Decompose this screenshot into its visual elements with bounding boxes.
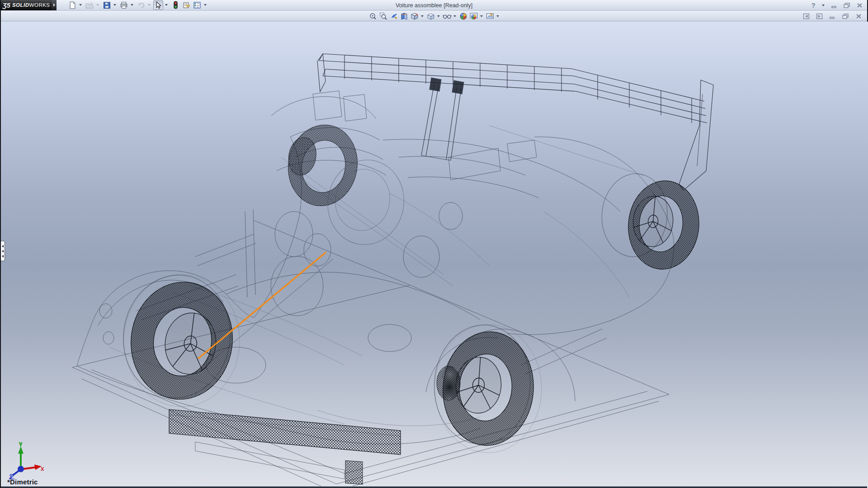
- undo-dropdown[interactable]: [147, 0, 151, 10]
- chevron-left-icon: [2, 255, 4, 258]
- minimize-icon: [829, 13, 835, 19]
- dassault-3ds-logo: Ʒ5: [2, 1, 10, 9]
- view-orientation-button[interactable]: [410, 11, 420, 21]
- chevron-down-icon: [131, 4, 133, 6]
- chevron-left-icon: [2, 250, 4, 253]
- printer-icon: [120, 1, 128, 9]
- chevron-down-icon: [165, 4, 168, 6]
- undo-button[interactable]: [136, 0, 146, 10]
- pane-next-button[interactable]: [814, 12, 824, 20]
- save-floppy-icon: [103, 1, 111, 9]
- apply-scene-icon: [470, 12, 478, 20]
- window-controls: ?: [808, 0, 864, 10]
- solidworks-menu-button[interactable]: Ʒ5 SOLIDWORKS: [1, 0, 52, 10]
- chevron-down-icon: [453, 15, 456, 17]
- heads-up-view-toolbar: [368, 11, 501, 21]
- chevron-down-icon: [480, 15, 483, 17]
- options-button[interactable]: [192, 0, 202, 10]
- apply-scene-button[interactable]: [469, 11, 479, 21]
- appearance-sphere-icon: [459, 12, 467, 20]
- close-button[interactable]: [854, 1, 864, 9]
- previous-view-button[interactable]: [389, 11, 399, 21]
- chevron-down-icon: [496, 15, 499, 17]
- open-folder-icon: [85, 1, 94, 9]
- feature-manager-collapse-tab[interactable]: [1, 241, 5, 261]
- main-toolbar: [67, 0, 208, 10]
- help-button[interactable]: ?: [808, 1, 818, 9]
- brand-name: SOLIDWORKS: [12, 2, 50, 8]
- document-window-controls: [801, 11, 863, 21]
- chevron-left-icon: [2, 245, 4, 248]
- chevron-down-icon: [204, 4, 207, 6]
- apply-scene-dropdown[interactable]: [479, 11, 483, 21]
- doc-minimize-button[interactable]: [827, 12, 837, 20]
- display-style-cube-icon: [427, 12, 435, 20]
- new-document-button[interactable]: [67, 0, 77, 10]
- chevron-down-icon: [96, 4, 99, 6]
- chevron-right-icon: [53, 3, 55, 7]
- orientation-triad: Y X Z: [5, 441, 45, 480]
- zoom-to-area-button[interactable]: [378, 11, 388, 21]
- select-tool-button[interactable]: [153, 0, 163, 10]
- eyeglasses-icon: [443, 12, 452, 20]
- file-properties-button[interactable]: [181, 0, 191, 10]
- chevron-down-icon: [437, 15, 440, 17]
- open-dropdown[interactable]: [95, 0, 99, 10]
- help-dropdown[interactable]: [821, 0, 825, 10]
- title-bar: Ʒ5 SOLIDWORKS: [1, 0, 867, 10]
- save-dropdown[interactable]: [113, 0, 117, 10]
- heads-up-bar: [1, 11, 867, 21]
- options-checklist-icon: [193, 1, 201, 9]
- close-icon: [856, 2, 863, 9]
- wheel-rear-right: [598, 171, 703, 272]
- chevron-down-icon: [113, 4, 116, 6]
- restore-icon: [842, 13, 849, 19]
- select-tool-dropdown[interactable]: [164, 0, 168, 10]
- view-orientation-label: *Dimetric: [7, 478, 38, 486]
- print-dropdown[interactable]: [130, 0, 134, 10]
- select-cursor-icon: [155, 1, 162, 9]
- section-view-icon: [400, 12, 408, 20]
- wheel-front-right: [276, 119, 415, 251]
- save-button[interactable]: [102, 0, 112, 10]
- close-icon: [855, 13, 862, 19]
- options-dropdown[interactable]: [203, 0, 207, 10]
- display-style-button[interactable]: [426, 11, 436, 21]
- previous-view-icon: [390, 12, 398, 20]
- view-settings-icon: [486, 12, 494, 20]
- zoom-to-fit-button[interactable]: [368, 11, 378, 21]
- edit-appearance-button[interactable]: [458, 11, 468, 21]
- hide-show-items-dropdown[interactable]: [453, 11, 457, 21]
- new-document-dropdown[interactable]: [78, 0, 82, 10]
- display-style-dropdown[interactable]: [436, 11, 440, 21]
- pane-previous-button[interactable]: [801, 12, 811, 20]
- doc-close-button[interactable]: [854, 12, 863, 20]
- minimize-button[interactable]: [829, 1, 839, 9]
- view-settings-dropdown[interactable]: [495, 11, 500, 21]
- view-orientation-cube-icon: [410, 12, 419, 20]
- chevron-down-icon: [79, 4, 82, 6]
- zoom-to-area-icon: [379, 12, 387, 20]
- chevron-down-icon: [148, 4, 151, 6]
- pane-next-icon: [816, 13, 823, 19]
- window-bottom-edge: [1, 486, 867, 488]
- undo-arrow-icon: [137, 1, 146, 9]
- chevron-down-icon: [822, 5, 825, 6]
- hide-show-items-button[interactable]: [442, 11, 452, 21]
- view-orientation-dropdown[interactable]: [420, 11, 424, 21]
- rebuild-traffic-light-icon: [173, 1, 179, 9]
- minimize-icon: [831, 2, 837, 9]
- doc-restore-button[interactable]: [840, 12, 850, 20]
- file-properties-icon: [182, 1, 190, 9]
- restore-button[interactable]: [842, 1, 852, 9]
- open-button[interactable]: [85, 0, 94, 10]
- print-button[interactable]: [119, 0, 129, 10]
- wheel-front-left: [116, 269, 240, 405]
- section-view-button[interactable]: [399, 11, 409, 21]
- pane-previous-icon: [803, 13, 810, 19]
- rebuild-button[interactable]: [170, 0, 180, 10]
- viewport-canvas[interactable]: Y X Z *Dimetric: [1, 22, 868, 488]
- view-settings-button[interactable]: [485, 11, 495, 21]
- menu-flyout-arrow[interactable]: [52, 0, 57, 10]
- chevron-down-icon: [421, 15, 424, 17]
